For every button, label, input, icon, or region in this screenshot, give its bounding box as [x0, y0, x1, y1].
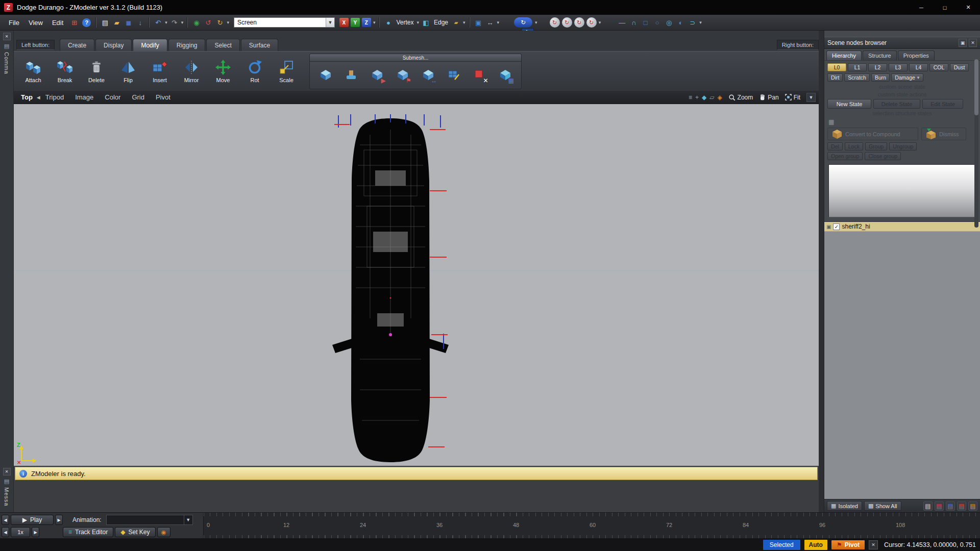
shade-mode-icon[interactable]: ◆	[702, 94, 706, 101]
group-action-button[interactable]: Ungroup	[889, 142, 917, 151]
material-icon[interactable]: ◈	[717, 94, 722, 101]
redo-icon[interactable]: ↷	[169, 17, 180, 28]
speed-up-button[interactable]: ▶	[32, 527, 39, 537]
ribbon-tab[interactable]: Rigging	[168, 39, 206, 51]
object-mode-icon[interactable]: ▣	[473, 17, 484, 28]
pan-button[interactable]: Pan	[759, 94, 778, 101]
selected-mode-badge[interactable]: Selected	[763, 540, 800, 550]
submesh-move-icon[interactable]: ↔	[419, 65, 438, 85]
submesh-copy-icon[interactable]: ▶	[368, 65, 387, 85]
scrollbar-thumb[interactable]	[974, 59, 978, 115]
scratch-button[interactable]: Scratch	[844, 73, 870, 82]
close-button[interactable]: ✕	[957, 0, 980, 15]
lod-button[interactable]: L2	[868, 63, 887, 71]
scene-browser-tab[interactable]: Hierarchy	[826, 51, 862, 60]
attach-tool-button[interactable]: Attach	[17, 53, 49, 90]
edit-state-button[interactable]: Edit State	[922, 99, 963, 109]
submesh-detach-icon[interactable]: ⚑	[393, 65, 412, 85]
ribbon-tab[interactable]: Surface	[241, 39, 278, 51]
lod-button[interactable]: L1	[848, 63, 867, 71]
mode-dropdown-icon[interactable]: ▾	[463, 20, 465, 25]
vertex-dropdown-icon[interactable]: ▾	[416, 20, 419, 25]
menu-item[interactable]: Edit	[47, 17, 68, 29]
isolated-button[interactable]: ▦ Isolated	[827, 501, 862, 511]
ribbon-tab[interactable]: Display	[95, 39, 132, 51]
open-folder-icon[interactable]: ▰	[111, 17, 122, 28]
axis-y-icon[interactable]: Y	[351, 18, 360, 27]
submesh-brush-icon[interactable]	[341, 65, 361, 85]
new-file-icon[interactable]: ▤	[100, 17, 110, 28]
lod-button[interactable]: L0	[827, 63, 846, 71]
playback-speed-button[interactable]: 1x	[11, 527, 30, 537]
messages-panel-tab[interactable]: Messa	[4, 487, 10, 506]
wire-mode-icon[interactable]: ≡	[689, 94, 692, 101]
insert-tool-button[interactable]: Insert	[144, 53, 176, 90]
speed-down-button[interactable]: ◀	[2, 527, 9, 537]
viewport-menu-item[interactable]: Pivot	[156, 93, 170, 101]
import-icon[interactable]: ↓	[135, 17, 145, 28]
sort-icon[interactable]: ▤	[968, 502, 977, 511]
timeline-ruler[interactable]: 01224364860728496108	[203, 513, 980, 539]
edge-mode-icon[interactable]: ◧	[421, 17, 431, 28]
submesh-delete-icon[interactable]: ✕	[470, 65, 489, 85]
group-open-close-button[interactable]: Open group	[827, 152, 863, 160]
snap-icon[interactable]: ↔	[485, 17, 496, 28]
add-view-icon[interactable]: +	[695, 94, 699, 101]
revert-icon[interactable]: ↺	[203, 17, 213, 28]
key-options-button[interactable]: ◉	[157, 527, 170, 537]
group-action-button[interactable]: Group	[865, 142, 887, 151]
auto-mode-badge[interactable]: Auto	[804, 540, 827, 550]
submesh-select-icon[interactable]	[316, 65, 335, 85]
submesh-edit-icon[interactable]	[444, 65, 463, 85]
combo-arrow-icon[interactable]: ▼	[326, 18, 334, 27]
commands-panel-icon[interactable]: ▤	[4, 43, 9, 49]
axis-z-icon[interactable]: Z	[362, 18, 371, 27]
animation-select[interactable]: ▼	[106, 515, 193, 525]
filter-icon[interactable]: ▤	[957, 502, 966, 511]
break-tool-button[interactable]: Break	[49, 53, 81, 90]
damage-button[interactable]: Damage ▾	[891, 73, 923, 82]
snap-dropdown-icon[interactable]: ▾	[497, 20, 500, 25]
dirt-button[interactable]: Dirt	[827, 73, 843, 82]
redo-dropdown-icon[interactable]: ▾	[181, 20, 184, 25]
fit-button[interactable]: Fit	[785, 94, 800, 101]
viewport-back-icon[interactable]: ◀	[37, 95, 40, 100]
tree-node-icon[interactable]: ▣	[826, 224, 831, 230]
tools-dropdown-icon[interactable]: ▾	[699, 20, 702, 25]
help-icon[interactable]: ?	[82, 18, 91, 27]
next-frame-button[interactable]: ▶	[55, 515, 63, 525]
flip-tool-button[interactable]: Flip	[112, 53, 144, 90]
scene-browser-tab[interactable]: Structure	[863, 51, 897, 60]
spin-dropdown-icon[interactable]: ▾	[535, 20, 537, 25]
ribbon-tab[interactable]: Modify	[133, 39, 167, 51]
orbit-x-icon[interactable]: ↻	[562, 17, 572, 28]
poly-mode-icon[interactable]: ▰	[451, 17, 461, 28]
ribbon-tab[interactable]: Select	[206, 39, 239, 51]
mirror-tool-button[interactable]: Mirror	[176, 53, 207, 90]
menu-item[interactable]: View	[24, 17, 47, 29]
panel-splitter[interactable]	[819, 31, 824, 512]
animation-select-arrow-icon[interactable]: ▼	[184, 515, 192, 524]
save-icon[interactable]: ◼	[123, 17, 134, 28]
messages-panel-icon[interactable]: ▤	[4, 478, 9, 485]
viewport-options-dropdown-icon[interactable]: ▼	[806, 93, 816, 102]
edge-mode-label[interactable]: Edge	[434, 19, 448, 26]
orbit-z-icon[interactable]: ↻	[586, 17, 597, 28]
viewport-menu-item[interactable]: Grid	[132, 93, 144, 101]
undo-dropdown-icon[interactable]: ▾	[165, 20, 167, 25]
move-tool-button[interactable]: Move	[207, 53, 239, 90]
minimize-button[interactable]: ─	[910, 0, 933, 15]
list-view-icon[interactable]: ▤	[923, 502, 933, 511]
rect-tool-icon[interactable]: □	[640, 17, 651, 28]
zoom-button[interactable]: Zoom	[728, 94, 753, 101]
group-open-close-button[interactable]: Close group	[865, 152, 901, 160]
boolean-tool-icon[interactable]: ◐	[675, 17, 686, 28]
new-state-button[interactable]: New State	[827, 99, 871, 109]
refresh-icon[interactable]: ↻	[214, 17, 225, 28]
burn-button[interactable]: Burn	[871, 73, 890, 82]
commands-panel-tab[interactable]: Comma	[4, 52, 10, 74]
lod-button[interactable]: L4	[909, 63, 928, 71]
play-button[interactable]: ▶ Play	[11, 515, 54, 525]
submesh-uv-icon[interactable]: ▦	[496, 65, 515, 85]
delete-state-button[interactable]: Delete State	[873, 99, 920, 109]
